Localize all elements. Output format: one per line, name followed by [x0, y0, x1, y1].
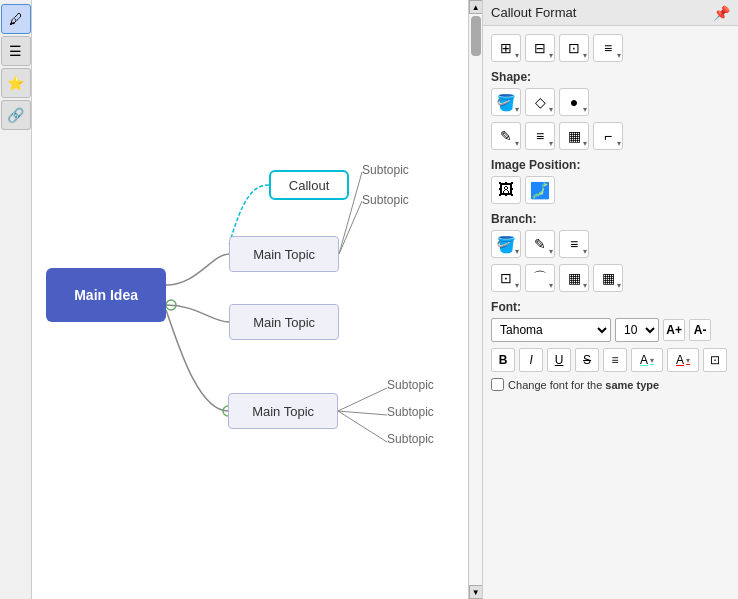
left-sidebar: 🖊 ☰ ⭐ 🔗 — [0, 0, 32, 599]
subtopic-5[interactable]: Subtopic — [387, 432, 434, 446]
special-format-button[interactable]: ⊡ — [703, 348, 727, 372]
sidebar-icon-style[interactable]: ⭐ — [1, 68, 31, 98]
callout-label: Callout — [289, 178, 329, 193]
branch-line-btn[interactable]: ≡ — [559, 230, 589, 258]
change-font-checkbox[interactable] — [491, 378, 504, 391]
outline-btn[interactable]: ◇ — [525, 88, 555, 116]
subtopic-4[interactable]: Subtopic — [387, 405, 434, 419]
corner-btn[interactable]: ⌐ — [593, 122, 623, 150]
subtopic-2[interactable]: Subtopic — [362, 193, 409, 207]
shape-section-label: Shape: — [491, 70, 730, 84]
branch-dash-btn[interactable]: ▦ — [559, 264, 589, 292]
font-size-select[interactable]: 10 — [615, 318, 659, 342]
main-topic-3[interactable]: Main Topic — [228, 393, 338, 429]
branch-fill-btn[interactable]: 🪣 — [491, 230, 521, 258]
main-idea-box[interactable]: Main Idea — [46, 268, 166, 322]
highlight-button[interactable]: A — [631, 348, 663, 372]
image-position-label: Image Position: — [491, 158, 730, 172]
bold-button[interactable]: B — [491, 348, 515, 372]
branch-row-1: 🪣 ✎ ≡ — [491, 230, 730, 258]
svg-line-5 — [338, 411, 387, 415]
subtopic-3[interactable]: Subtopic — [387, 378, 434, 392]
font-row: Tahoma 10 A+ A- — [491, 318, 730, 342]
svg-line-3 — [339, 201, 362, 254]
effect-btn[interactable]: ● — [559, 88, 589, 116]
connector-btn[interactable]: ⊡ — [559, 34, 589, 62]
canvas-scrollbar[interactable]: ▲ ▼ — [468, 0, 482, 599]
canvas-area: Main Idea Callout Main Topic Main Topic … — [32, 0, 482, 599]
font-color-button[interactable]: A — [667, 348, 699, 372]
scroll-down-button[interactable]: ▼ — [469, 585, 483, 599]
image-position-row: 🖼 🗾 — [491, 176, 730, 204]
main-topic-2[interactable]: Main Topic — [229, 304, 339, 340]
fill-btn[interactable]: 🪣 — [491, 88, 521, 116]
font-label: Font: — [491, 300, 730, 314]
branch-edit-btn[interactable]: ✎ — [525, 230, 555, 258]
line-style-btn[interactable]: ≡ — [525, 122, 555, 150]
right-panel: Callout Format 📌 ⊞ ⊟ ⊡ ≡ Shape: 🪣 ◇ ● ✎ … — [482, 0, 738, 599]
align-btn[interactable]: ⊟ — [525, 34, 555, 62]
panel-title: Callout Format — [491, 5, 576, 20]
branch-conn-btn[interactable]: ⊡ — [491, 264, 521, 292]
align-left-button[interactable]: ≡ — [603, 348, 627, 372]
main-topic-3-label: Main Topic — [252, 404, 314, 419]
change-font-row: Change font for the same type — [491, 378, 730, 391]
subtopic-1[interactable]: Subtopic — [362, 163, 409, 177]
font-shrink-button[interactable]: A- — [689, 319, 711, 341]
main-idea-label: Main Idea — [74, 287, 138, 303]
svg-line-6 — [338, 411, 387, 442]
image-left-btn[interactable]: 🖼 — [491, 176, 521, 204]
image-right-btn[interactable]: 🗾 — [525, 176, 555, 204]
scroll-up-button[interactable]: ▲ — [469, 0, 483, 14]
scroll-track[interactable] — [470, 14, 482, 585]
scroll-thumb[interactable] — [471, 16, 481, 56]
strikethrough-button[interactable]: S — [575, 348, 599, 372]
format-row: B I U S ≡ A A ⊡ — [491, 348, 730, 372]
panel-header: Callout Format 📌 — [483, 0, 738, 26]
edit-btn[interactable]: ✎ — [491, 122, 521, 150]
main-topic-2-label: Main Topic — [253, 315, 315, 330]
branch-curve-btn[interactable]: ⌒ — [525, 264, 555, 292]
main-topic-1-label: Main Topic — [253, 247, 315, 262]
font-family-select[interactable]: Tahoma — [491, 318, 611, 342]
svg-line-4 — [338, 388, 387, 411]
branch-label: Branch: — [491, 212, 730, 226]
layout-btn[interactable]: ⊞ — [491, 34, 521, 62]
dash-btn[interactable]: ▦ — [559, 122, 589, 150]
pin-icon[interactable]: 📌 — [713, 5, 730, 21]
sidebar-icon-outline[interactable]: ☰ — [1, 36, 31, 66]
branch-row-2: ⊡ ⌒ ▦ ▦ — [491, 264, 730, 292]
branch-dots-btn[interactable]: ▦ — [593, 264, 623, 292]
toolbar-row-1: ⊞ ⊟ ⊡ ≡ — [491, 34, 730, 62]
change-font-label: Change font for the same type — [508, 379, 659, 391]
italic-button[interactable]: I — [519, 348, 543, 372]
sidebar-icon-link[interactable]: 🔗 — [1, 100, 31, 130]
shape-row-2: ✎ ≡ ▦ ⌐ — [491, 122, 730, 150]
callout-box[interactable]: Callout — [269, 170, 349, 200]
underline-button[interactable]: U — [547, 348, 571, 372]
panel-body: ⊞ ⊟ ⊡ ≡ Shape: 🪣 ◇ ● ✎ ≡ ▦ ⌐ Image Posit… — [483, 26, 738, 599]
sidebar-icon-format[interactable]: 🖊 — [1, 4, 31, 34]
list-btn[interactable]: ≡ — [593, 34, 623, 62]
shape-row-1: 🪣 ◇ ● — [491, 88, 730, 116]
font-grow-button[interactable]: A+ — [663, 319, 685, 341]
main-topic-1[interactable]: Main Topic — [229, 236, 339, 272]
